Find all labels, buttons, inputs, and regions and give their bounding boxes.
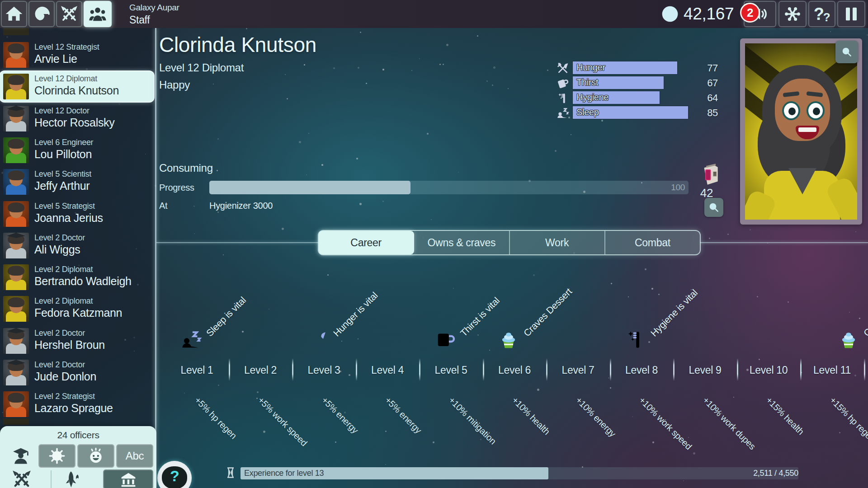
staff-name: Ali Wiggs xyxy=(34,243,80,256)
activity-progress-max: 100 xyxy=(671,183,685,192)
experience-value: 2,511 / 4,550 xyxy=(746,469,798,478)
experience-bar: Experience for level 13 xyxy=(241,467,798,479)
top-bar: Galaxy Aupar Staff 42,167 2 ? ? xyxy=(0,0,868,28)
staff-list-item[interactable]: Level 2 DiplomatFedora Katzmann xyxy=(0,294,156,324)
hygiene-icon xyxy=(624,328,647,351)
question-mark-icon: ? xyxy=(814,5,824,24)
sort-mood-button[interactable] xyxy=(77,444,114,468)
career-level-divider xyxy=(546,358,547,381)
career-level-divider xyxy=(419,358,420,381)
staff-list-item[interactable]: Level 5 StrategistJoanna Jerius xyxy=(0,199,156,229)
notifications-button[interactable]: 2 xyxy=(744,1,776,27)
staff-level-class: Level 5 Scientist xyxy=(34,169,91,179)
character-mood: Happy xyxy=(159,79,190,91)
tab-career[interactable]: Career xyxy=(319,231,414,254)
staff-name: Lazaro Sprague xyxy=(34,402,113,415)
staff-level-class: Level 2 Diplomat xyxy=(34,265,93,274)
game-screen: Galaxy Aupar Staff 42,167 2 ? ? Level 12… xyxy=(0,0,868,488)
staff-list-item[interactable]: Level 12 StrategistArvie Lie xyxy=(0,40,156,70)
career-level-label: Level 11 xyxy=(805,364,859,376)
settings-button[interactable] xyxy=(778,1,807,27)
career-level-divider xyxy=(483,358,484,381)
tab-work[interactable]: Work xyxy=(510,231,605,254)
battle-button[interactable] xyxy=(56,1,82,27)
staff-list-item[interactable]: Level 2 DoctorHershel Broun xyxy=(0,326,156,356)
hunger-icon xyxy=(556,61,570,75)
graduate-filter-button[interactable] xyxy=(7,444,34,468)
need-label: Thirst xyxy=(573,76,664,88)
activity-state: Consuming xyxy=(159,162,213,174)
staff-name: Bertrando Wadleigh xyxy=(34,275,132,288)
staff-name: Hector Rosalsky xyxy=(34,116,115,129)
combat-crew-button[interactable] xyxy=(8,470,35,488)
tab-owns-craves[interactable]: Owns & craves xyxy=(414,231,509,254)
breadcrumb-title: Galaxy Aupar xyxy=(129,3,179,13)
helper-robot[interactable]: ? xyxy=(157,461,193,488)
sort-level-button[interactable] xyxy=(38,444,75,468)
galaxy-button[interactable] xyxy=(28,1,55,27)
staff-list-item[interactable]: Level 2 StrategistLazaro Sprague xyxy=(0,389,156,419)
shuttle-crew-button[interactable] xyxy=(59,470,86,488)
staff-avatar xyxy=(3,328,29,354)
inspect-character-button[interactable] xyxy=(835,41,858,63)
need-label: Hygiene xyxy=(573,91,660,103)
career-level-label: Level 10 xyxy=(741,364,796,376)
staff-level-class: Level 2 Doctor xyxy=(34,360,85,370)
staff-avatar xyxy=(3,360,29,385)
staff-avatar xyxy=(3,137,29,163)
staff-name: Jeffy Arthur xyxy=(34,179,90,192)
swords-icon xyxy=(12,469,32,488)
staff-avatar xyxy=(3,296,29,322)
magnifier-icon xyxy=(708,202,720,213)
home-button[interactable] xyxy=(1,1,27,27)
staff-list-item[interactable]: Level 2 DoctorJude Donlon xyxy=(0,357,156,388)
staff-avatar xyxy=(3,391,29,417)
staff-list-item[interactable]: Level 12 DiplomatClorinda Knutson xyxy=(0,71,154,102)
staff-list-item[interactable]: Level 12 DoctorHector Rosalsky xyxy=(0,103,156,134)
staff-button[interactable] xyxy=(84,1,112,27)
sidebar-divider xyxy=(155,28,156,488)
detail-tabs: CareerOwns & cravesWorkCombat xyxy=(319,231,700,254)
staff-avatar xyxy=(3,201,29,227)
activity-progress-bar: 100 xyxy=(209,181,689,194)
staff-avatar xyxy=(3,42,29,68)
staff-name: Arvie Lie xyxy=(34,52,77,66)
portrait-scene xyxy=(745,43,857,220)
footer-divider xyxy=(51,470,52,488)
need-value: 67 xyxy=(696,77,718,89)
pause-button[interactable] xyxy=(837,1,865,27)
staff-list-item[interactable]: Level 6 EngineerLou Pilloton xyxy=(0,135,156,165)
career-level-label: Level 9 xyxy=(678,364,732,376)
dessert-icon xyxy=(837,328,860,351)
currency-display: 42,167 xyxy=(661,4,734,24)
station-crew-button[interactable] xyxy=(103,469,153,488)
sun-icon xyxy=(48,447,66,465)
breadcrumb-sub: Staff xyxy=(129,14,179,26)
abc-label: Abc xyxy=(126,450,144,462)
crossed-swords-icon xyxy=(60,5,78,23)
help-button[interactable]: ? ? xyxy=(808,1,835,27)
staff-list-item[interactable]: Level 2 DiplomatBertrando Wadleigh xyxy=(0,262,156,292)
sort-name-button[interactable]: Abc xyxy=(116,444,153,468)
gear-flower-icon xyxy=(783,5,802,23)
staff-avatar xyxy=(3,233,29,258)
need-bar: Thirst xyxy=(573,76,664,89)
career-level-label: Level 6 xyxy=(487,364,542,376)
thirst-icon xyxy=(434,328,457,351)
staff-list-panel: Level 12 StrategistArvie LieLevel 12 Dip… xyxy=(0,28,156,488)
hunger-icon xyxy=(307,328,330,351)
galaxy-spiral-icon xyxy=(33,5,51,23)
tab-combat[interactable]: Combat xyxy=(605,231,700,254)
staff-list-item[interactable]: Level 5 ScientistJeffy Arthur xyxy=(0,167,156,197)
avatar-hair xyxy=(8,43,24,53)
staff-level-class: Level 5 Strategist xyxy=(34,202,95,211)
need-bar: Hunger xyxy=(573,61,677,74)
thirst-icon xyxy=(556,76,570,90)
staff-avatar xyxy=(3,74,29,99)
staff-list-item[interactable]: Level 2 DoctorAli Wiggs xyxy=(0,230,156,261)
career-level-divider xyxy=(864,358,865,381)
staff-footer-panel: 24 officers Abc xyxy=(0,426,156,488)
career-level-label: Level 1 xyxy=(170,364,224,376)
need-value: 64 xyxy=(696,92,718,104)
inspect-station-button[interactable] xyxy=(704,198,723,217)
